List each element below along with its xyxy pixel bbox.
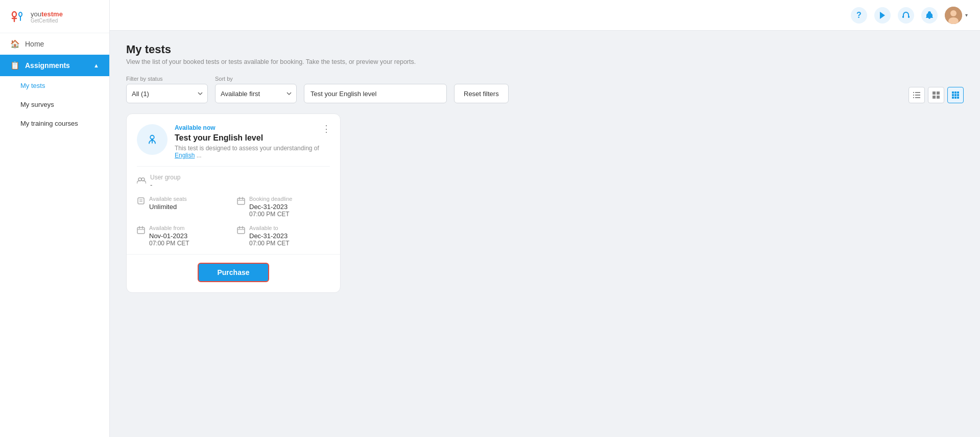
sort-filter-select[interactable]: Available first Name A-Z Name Z-A Date bbox=[215, 84, 297, 103]
svg-rect-15 bbox=[913, 95, 914, 96]
svg-rect-16 bbox=[915, 97, 920, 98]
svg-rect-24 bbox=[957, 91, 959, 94]
user-group-icon bbox=[137, 177, 146, 186]
svg-rect-7 bbox=[902, 16, 904, 18]
card-title-area: Available now Test your English level Th… bbox=[175, 124, 330, 159]
available-now-badge: Available now bbox=[175, 124, 330, 131]
svg-rect-23 bbox=[954, 91, 957, 94]
help-icon-button[interactable]: ? bbox=[851, 7, 867, 24]
grid-view-button[interactable] bbox=[928, 87, 944, 103]
svg-rect-27 bbox=[957, 94, 959, 96]
user-group-info: User group - bbox=[150, 174, 180, 189]
logo-text: youtestme GetCertified bbox=[31, 9, 63, 24]
available-to-icon bbox=[237, 226, 245, 236]
svg-rect-13 bbox=[913, 92, 914, 93]
svg-rect-18 bbox=[933, 91, 936, 95]
svg-rect-28 bbox=[952, 97, 954, 99]
logo-getcertified: GetCertified bbox=[31, 18, 63, 24]
divider-1 bbox=[137, 166, 330, 167]
search-input[interactable] bbox=[304, 84, 447, 103]
english-link[interactable]: English bbox=[175, 152, 195, 159]
test-icon bbox=[145, 132, 160, 147]
headset-icon-button[interactable] bbox=[898, 7, 914, 24]
list-view-button[interactable] bbox=[909, 87, 925, 103]
sidebar: youtestme GetCertified 🏠 Home 📋 Assignme… bbox=[0, 0, 110, 437]
card-icon-wrap bbox=[137, 124, 168, 155]
svg-rect-20 bbox=[933, 96, 936, 99]
svg-rect-12 bbox=[915, 92, 920, 93]
svg-rect-37 bbox=[138, 198, 144, 204]
purchase-button[interactable]: Purchase bbox=[198, 263, 269, 282]
assignments-icon: 📋 bbox=[10, 61, 20, 70]
assignments-label: Assignments bbox=[25, 61, 70, 70]
sort-filter-label: Sort by bbox=[215, 76, 297, 82]
search-filter-group: x bbox=[304, 76, 447, 103]
sidebar-item-assignments[interactable]: 📋 Assignments ▲ bbox=[0, 55, 109, 76]
status-filter-group: Filter by status All (1) Available Booke… bbox=[126, 76, 208, 103]
user-group-row: User group - bbox=[137, 174, 330, 189]
available-from-icon bbox=[137, 226, 145, 236]
page-title: My tests bbox=[126, 43, 964, 56]
home-icon: 🏠 bbox=[10, 39, 20, 49]
reset-filters-button[interactable]: Reset filters bbox=[454, 84, 509, 103]
card-meta-grid: Available seats Unlimited Booking deadli… bbox=[137, 196, 330, 247]
svg-rect-21 bbox=[937, 96, 940, 99]
card-menu-button[interactable]: ⋮ bbox=[322, 123, 331, 134]
sidebar-item-home[interactable]: 🏠 Home bbox=[0, 33, 109, 55]
logo-area: youtestme GetCertified bbox=[0, 0, 109, 33]
logo-you-testme: youtestme bbox=[31, 9, 63, 18]
avatar bbox=[945, 7, 962, 24]
booking-deadline-icon bbox=[237, 197, 245, 207]
available-from-item: Available from Nov-01-2023 07:00 PM CET bbox=[137, 225, 230, 247]
status-filter-select[interactable]: All (1) Available Booked Completed bbox=[126, 84, 208, 103]
available-seats-item: Available seats Unlimited bbox=[137, 196, 230, 218]
page-subtitle: View the list of your booked tests or te… bbox=[126, 58, 964, 65]
svg-rect-17 bbox=[913, 97, 914, 98]
sort-filter-group: Sort by Available first Name A-Z Name Z-… bbox=[215, 76, 297, 103]
sidebar-item-my-surveys[interactable]: My surveys bbox=[0, 95, 109, 114]
seats-icon bbox=[137, 197, 145, 207]
available-to-item: Available to Dec-31-2023 07:00 PM CET bbox=[237, 225, 330, 247]
svg-rect-25 bbox=[952, 94, 954, 96]
play-icon-button[interactable] bbox=[874, 7, 891, 24]
main-area: ? ▾ My tests View the list of your booke… bbox=[110, 0, 980, 437]
home-label: Home bbox=[25, 40, 44, 48]
svg-rect-22 bbox=[952, 91, 954, 94]
chevron-up-icon: ▲ bbox=[93, 62, 99, 68]
content-area: My tests View the list of your booked te… bbox=[110, 31, 980, 437]
svg-rect-29 bbox=[954, 97, 957, 99]
logo-icon bbox=[8, 7, 27, 26]
card-title: Test your English level bbox=[175, 133, 330, 143]
svg-rect-14 bbox=[915, 95, 920, 96]
card-description: This test is designed to assess your und… bbox=[175, 145, 330, 159]
chevron-down-icon: ▾ bbox=[965, 12, 968, 18]
topbar: ? ▾ bbox=[110, 0, 980, 31]
sidebar-item-my-training-courses[interactable]: My training courses bbox=[0, 114, 109, 133]
divider-2 bbox=[127, 254, 340, 255]
tile-view-button[interactable] bbox=[947, 87, 964, 103]
user-avatar-area[interactable]: ▾ bbox=[945, 7, 968, 24]
test-card: ⋮ Available now Test your English level bbox=[126, 113, 341, 293]
svg-rect-26 bbox=[954, 94, 957, 96]
filters-row: Filter by status All (1) Available Booke… bbox=[126, 76, 964, 103]
svg-rect-40 bbox=[237, 198, 245, 204]
svg-rect-44 bbox=[137, 227, 145, 234]
svg-rect-8 bbox=[908, 16, 910, 18]
card-header: Available now Test your English level Th… bbox=[137, 124, 330, 159]
svg-rect-48 bbox=[237, 227, 245, 234]
svg-rect-30 bbox=[957, 97, 959, 99]
booking-deadline-item: Booking deadline Dec-31-2023 07:00 PM CE… bbox=[237, 196, 330, 218]
svg-rect-19 bbox=[937, 91, 940, 95]
svg-marker-6 bbox=[880, 12, 885, 19]
svg-point-0 bbox=[8, 7, 27, 26]
bell-icon-button[interactable] bbox=[921, 7, 938, 24]
svg-point-10 bbox=[950, 10, 957, 16]
sidebar-item-my-tests[interactable]: My tests bbox=[0, 76, 109, 95]
view-toggle-group bbox=[909, 87, 964, 103]
status-filter-label: Filter by status bbox=[126, 76, 208, 82]
